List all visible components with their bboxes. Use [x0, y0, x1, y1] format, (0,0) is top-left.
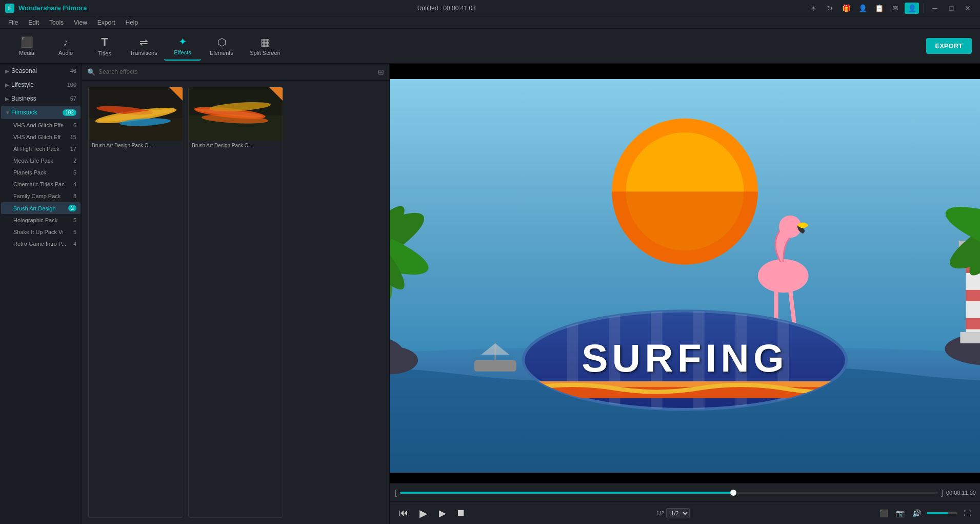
out-point-button[interactable]: ]	[940, 489, 944, 497]
toolbar-audio[interactable]: ♪ Audio	[47, 32, 84, 61]
app-logo: F	[5, 4, 14, 13]
toolbar-transitions[interactable]: ⇌ Transitions	[125, 32, 162, 61]
effect-card-brush2[interactable]: Brush Art Design Pack O...	[188, 87, 283, 518]
export-button[interactable]: EXPORT	[926, 38, 972, 54]
volume-slider[interactable]	[927, 512, 957, 514]
subcategory-count: 5	[73, 217, 76, 223]
subcategory-label: Holographic Pack	[13, 217, 57, 223]
subcategory-label: Planets Pack	[13, 169, 46, 176]
category-lifestyle[interactable]: ▶ Lifestyle 100	[1, 78, 81, 91]
brightness-icon[interactable]: ☀	[806, 3, 821, 14]
toolbar-titles[interactable]: T Titles	[86, 32, 123, 61]
app-name: Wondershare Filmora	[18, 4, 87, 12]
category-count: 46	[70, 68, 76, 74]
subcategory-meow[interactable]: Meow Life Pack 2	[1, 155, 81, 166]
toolbar-effects[interactable]: ✦ Effects	[164, 32, 201, 61]
subcategory-count: 17	[70, 146, 76, 152]
subcategory-cinematic[interactable]: Cinematic Titles Pac 4	[1, 179, 81, 190]
effects-categories-panel: ▶ Seasonal 46 ▶ Lifestyle 100 ▶ Business…	[0, 64, 82, 524]
search-bar: 🔍 ⊞	[82, 64, 389, 81]
in-point-button[interactable]: [	[394, 489, 398, 497]
volume-icon[interactable]: 🔊	[910, 507, 924, 520]
minimize-button[interactable]: ─	[928, 3, 942, 14]
category-seasonal[interactable]: ▶ Seasonal 46	[1, 64, 81, 77]
subcategory-ai-high-tech[interactable]: AI High Tech Pack 17	[1, 143, 81, 154]
license-icon[interactable]: 📋	[872, 3, 886, 14]
subcategory-retro[interactable]: Retro Game Intro P... 4	[1, 238, 81, 249]
subcategory-count: 4	[73, 181, 76, 187]
category-count: 57	[70, 95, 76, 102]
playback-controls: ⏮ ▶ ▶ ⏹ 1/2 1/2 ⬛ 📷 🔊 ⛶	[390, 501, 980, 524]
expand-arrow: ▶	[5, 82, 11, 88]
category-label: Business	[11, 95, 68, 102]
menu-file[interactable]: File	[4, 18, 22, 27]
effect-label-brush1: Brush Art Design Pack O...	[89, 141, 183, 150]
toolbar-split-screen[interactable]: ▦ Split Screen	[242, 32, 288, 61]
mail-icon[interactable]: ✉	[888, 3, 903, 14]
category-filmstock[interactable]: ▼ Filmstock 102	[1, 106, 81, 119]
titlebar-actions: ☀ ↻ 🎁 👤 📋 ✉ 👤 ─ □ ✕	[806, 3, 975, 14]
subcategory-count: 5	[73, 169, 76, 176]
fullscreen-icon[interactable]: ⛶	[961, 507, 974, 520]
effects-grid: Brush Art Design Pack O...	[82, 81, 389, 524]
main-area: ▶ Seasonal 46 ▶ Lifestyle 100 ▶ Business…	[0, 64, 980, 524]
expand-arrow: ▼	[5, 110, 11, 115]
effect-card-brush1[interactable]: Brush Art Design Pack O...	[88, 87, 183, 518]
gift-icon[interactable]: 🎁	[839, 3, 853, 14]
svg-rect-25	[966, 318, 980, 329]
menu-view[interactable]: View	[70, 18, 91, 27]
toolbar-media[interactable]: ⬛ Media	[8, 32, 45, 61]
menu-help[interactable]: Help	[122, 18, 143, 27]
page-select[interactable]: 1/2	[666, 508, 690, 518]
grid-layout-icon[interactable]: ⊞	[378, 68, 384, 76]
subcategory-vhs2[interactable]: VHS And Glitch Eff 15	[1, 131, 81, 143]
subcategory-count: 2	[68, 205, 76, 211]
svg-rect-24	[966, 290, 980, 301]
subcategory-family-camp[interactable]: Family Camp Pack 8	[1, 190, 81, 202]
menu-tools[interactable]: Tools	[45, 18, 68, 27]
subcategory-count: 4	[73, 241, 76, 247]
subcategory-vhs1[interactable]: VHS And Glitch Effe 6	[1, 120, 81, 131]
subcategory-planets[interactable]: Planets Pack 5	[1, 167, 81, 178]
preview-panel: SURFING [ ] 00:00:11:00 ⏮ ▶ ▶ ⏹	[390, 64, 980, 524]
subcategory-brush[interactable]: Brush Art Design 2	[1, 202, 81, 214]
close-button[interactable]: ✕	[961, 3, 975, 14]
svg-rect-26	[474, 360, 516, 372]
progress-handle[interactable]	[730, 490, 736, 496]
user-icon[interactable]: 👤	[855, 3, 870, 14]
split-screen-icon: ▦	[261, 36, 270, 48]
preview-letterbox-bottom	[390, 473, 980, 483]
subcategory-label: Meow Life Pack	[13, 158, 53, 164]
menu-edit[interactable]: Edit	[24, 18, 43, 27]
preview-time-display: 00:00:11:00	[946, 490, 976, 496]
subcategory-count: 5	[73, 229, 76, 235]
stop-button[interactable]: ⏹	[453, 506, 469, 521]
titlebar: F Wondershare Filmora Untitled : 00:00:4…	[0, 0, 980, 16]
toolbar-elements[interactable]: ⬡ Elements	[203, 32, 240, 61]
category-label: Filmstock	[11, 109, 61, 116]
subcategory-holographic[interactable]: Holographic Pack 5	[1, 215, 81, 226]
subcategory-label: Brush Art Design	[13, 205, 56, 211]
search-input[interactable]	[98, 68, 375, 75]
snapshot-icon[interactable]: 📷	[894, 507, 907, 520]
subcategory-label: VHS And Glitch Effe	[13, 122, 64, 128]
volume-fill	[927, 512, 948, 514]
maximize-button[interactable]: □	[944, 3, 958, 14]
svg-text:SURFING: SURFING	[582, 336, 788, 380]
category-business[interactable]: ▶ Business 57	[1, 92, 81, 105]
sync-icon[interactable]: ↻	[823, 3, 837, 14]
account-icon[interactable]: 👤	[905, 3, 919, 14]
play-forward-button[interactable]: ▶	[435, 506, 450, 521]
play-button[interactable]: ▶	[414, 504, 432, 522]
category-label: Seasonal	[11, 67, 68, 74]
subcategory-label: Family Camp Pack	[13, 193, 61, 199]
step-back-button[interactable]: ⏮	[396, 506, 411, 521]
crop-icon[interactable]: ⬛	[877, 507, 891, 520]
media-icon: ⬛	[21, 36, 33, 48]
subcategory-shake[interactable]: Shake It Up Pack Vi 5	[1, 226, 81, 238]
preview-progress-bar[interactable]	[400, 492, 938, 494]
svg-point-43	[758, 259, 809, 293]
effect-label-brush2: Brush Art Design Pack O...	[189, 141, 283, 150]
toolbar: ⬛ Media ♪ Audio T Titles ⇌ Transitions ✦…	[0, 29, 980, 64]
menu-export[interactable]: Export	[93, 18, 119, 27]
